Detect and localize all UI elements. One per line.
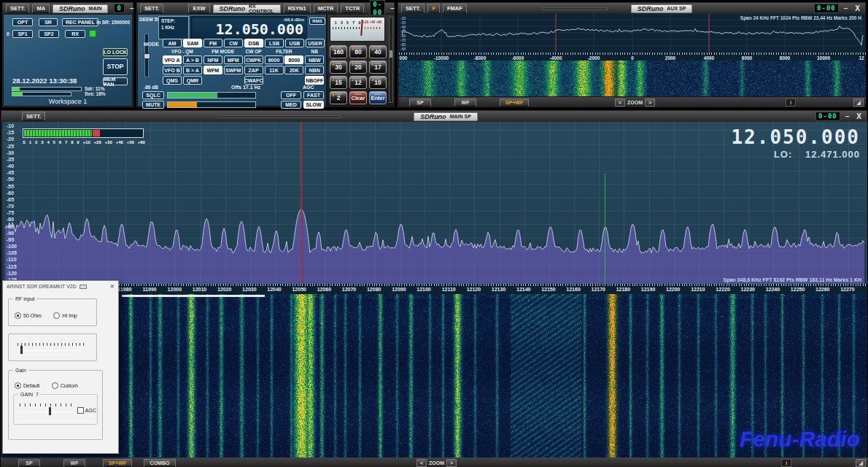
band-key-40[interactable]: 409	[369, 45, 387, 58]
option-button-cwafc[interactable]: CWAFC	[244, 76, 263, 85]
aux-resize-corner[interactable]: ◢	[853, 99, 864, 107]
aux-minimize-button[interactable]: –	[842, 5, 850, 12]
waterfall-zoom-band[interactable]	[122, 295, 265, 297]
aux-spwf-button[interactable]: SP+WF	[500, 99, 529, 107]
radio-custom[interactable]	[52, 382, 58, 389]
mode-button-lsb[interactable]: LSB	[265, 39, 284, 47]
mainsp-zoom-out-button[interactable]: <	[416, 459, 427, 467]
option-button-nbn[interactable]: NBN	[305, 66, 324, 74]
squelch-bar[interactable]	[167, 92, 256, 99]
stop-button[interactable]: STOP	[103, 58, 128, 75]
tctr-button[interactable]: TCTR	[341, 4, 364, 13]
mainsp-wf-button[interactable]: WF	[63, 459, 85, 467]
sr-button[interactable]: SR	[39, 18, 58, 26]
mode-button-cw[interactable]: CW	[224, 39, 243, 47]
rx-minimize-button[interactable]: –	[388, 5, 397, 12]
mode-button-user[interactable]: USER	[306, 39, 325, 47]
aux-sp-button[interactable]: SP	[409, 99, 431, 107]
mode-button-dsb[interactable]: DSB	[244, 39, 263, 47]
rec-panel-button[interactable]: REC PANEL	[62, 18, 98, 26]
mainsp-minimize-button[interactable]: –	[843, 113, 852, 120]
aux-f-button[interactable]: F	[427, 4, 440, 13]
option-button-nboff[interactable]: NBOFF	[305, 76, 324, 85]
agc-med-button[interactable]: MED	[281, 101, 301, 109]
agc-off-button[interactable]: OFF	[281, 91, 301, 99]
aux-waterfall[interactable]	[399, 61, 866, 96]
band-key-160[interactable]: 1607	[330, 45, 347, 58]
option-button-mfm[interactable]: MFM	[224, 55, 243, 64]
option-button-cwpk[interactable]: CWPK	[244, 55, 263, 64]
radio-default[interactable]	[15, 382, 21, 389]
main-spectrum[interactable]: -10-15-20-25-30-35-40-45-50-55-60-65-70-…	[2, 122, 867, 284]
lo-lock-button[interactable]: LO LOCK	[103, 48, 128, 56]
option-button-wfm[interactable]: WFM	[204, 66, 222, 74]
gain-handle[interactable]	[49, 407, 51, 415]
rms-button[interactable]: RMS	[309, 18, 325, 25]
radio-hiimp[interactable]	[53, 312, 60, 319]
exw-button[interactable]: EXW	[188, 4, 209, 13]
combo-button[interactable]: COMBO	[144, 459, 176, 467]
band-key-2[interactable]: 20	[330, 91, 347, 104]
mainsp-resize-corner[interactable]: ◢	[856, 459, 866, 467]
squelch-button[interactable]: SQLC	[142, 91, 164, 99]
band-key-12[interactable]: 122	[349, 76, 367, 89]
mainsp-sett-button[interactable]: SETT.	[22, 112, 45, 121]
fmaf-button[interactable]: FMAF	[443, 4, 467, 13]
mode-button-sam[interactable]: SAM	[183, 39, 202, 47]
option-button-vfo-a[interactable]: VFO A	[163, 55, 182, 64]
option-button-qms[interactable]: QMS	[163, 76, 182, 85]
band-key-80[interactable]: 808	[349, 45, 367, 58]
band-key-17[interactable]: 176	[369, 61, 387, 74]
option-button-qmr[interactable]: QMR	[183, 76, 202, 85]
band-key-10[interactable]: 103	[369, 76, 387, 89]
mainsp-sp-button[interactable]: SP	[18, 459, 40, 467]
aux-close-button[interactable]: X	[853, 5, 862, 12]
option-button-swfm[interactable]: SWFM	[224, 66, 243, 74]
aux-zoom-in-button[interactable]: >	[645, 99, 655, 107]
mainsp-info-icon[interactable]: i	[781, 459, 791, 467]
slider-handle[interactable]	[20, 346, 23, 354]
agc-fast-button[interactable]: FAST	[303, 91, 324, 99]
mem-pan-button[interactable]: MEM PAN	[103, 77, 128, 85]
rsyn1-button[interactable]: RSYN1	[284, 4, 311, 13]
main-waterfall[interactable]	[2, 294, 867, 458]
mainsp-spwf-button[interactable]: SP+WF	[103, 459, 132, 467]
option-button-nfm[interactable]: NFM	[204, 55, 222, 64]
rx-button[interactable]: RX	[65, 30, 85, 38]
option-button-6000[interactable]: 6000	[265, 55, 284, 64]
aux-wf-button[interactable]: WF	[454, 99, 476, 107]
option-button-nbw[interactable]: NBW	[305, 55, 324, 64]
mainsp-close-button[interactable]: X	[854, 113, 864, 120]
mode-button-am[interactable]: AM	[163, 39, 182, 47]
panel-scrollbar[interactable]	[389, 17, 393, 103]
option-button-a-b[interactable]: A > B	[183, 55, 202, 64]
mainsp-zoom-in-button[interactable]: >	[446, 459, 457, 467]
band-key-20[interactable]: 205	[349, 61, 367, 74]
band-key-30[interactable]: 304	[330, 61, 347, 74]
option-button-8000[interactable]: 8000	[284, 55, 303, 64]
main-minimize-button[interactable]: –	[128, 5, 136, 12]
main-sett-button[interactable]: SETT.	[6, 4, 29, 13]
aux-info-icon[interactable]: i	[786, 99, 796, 107]
option-button-11k[interactable]: 11K	[265, 66, 284, 74]
option-button-vfo-b[interactable]: VFO B	[163, 66, 182, 74]
arinst-titlebar[interactable]: ARINST SDR DREAMKIT V2D ✕	[3, 281, 118, 292]
option-button-b-a[interactable]: B > A	[183, 66, 202, 74]
radio-50ohm[interactable]	[15, 312, 21, 319]
aux-zoom-out-button[interactable]: <	[615, 99, 625, 107]
mode-button-fm[interactable]: FM	[204, 39, 222, 47]
sp2-button[interactable]: SP2	[39, 30, 59, 38]
agc-checkbox[interactable]	[77, 407, 84, 414]
opt-button[interactable]: OPT	[12, 18, 33, 26]
option-button-20k[interactable]: 20K	[284, 66, 303, 74]
main-ma-button[interactable]: MA	[32, 4, 50, 13]
volume-bar[interactable]	[167, 101, 256, 108]
mctr-button[interactable]: MCTR	[314, 4, 338, 13]
mode-button-usb[interactable]: USB	[285, 39, 304, 47]
agc-slow-button[interactable]: SLOW	[303, 101, 324, 109]
arinst-close-button[interactable]: ✕	[109, 283, 115, 290]
mute-button[interactable]: MUTE	[142, 101, 164, 109]
band-key-15[interactable]: 151	[330, 76, 347, 89]
sp1-button[interactable]: SP1	[12, 30, 33, 38]
aux-sett-button[interactable]: SETT.	[401, 4, 425, 13]
